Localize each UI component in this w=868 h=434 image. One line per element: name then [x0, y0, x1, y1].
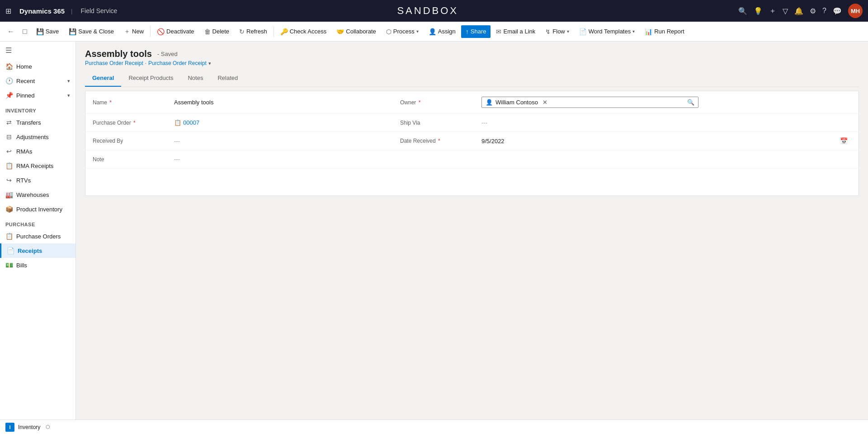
name-value: Assembly tools	[167, 91, 393, 114]
delete-button[interactable]: 🗑 Delete	[200, 25, 234, 38]
page-title: Assembly tools	[85, 49, 152, 59]
empty-value	[474, 150, 859, 168]
chat-icon[interactable]: 💬	[833, 7, 842, 15]
date-received-field: 9/5/2022 📅	[481, 137, 851, 145]
check-access-icon: 🔑	[280, 28, 288, 35]
new-button[interactable]: ＋ New	[119, 25, 148, 38]
rmas-icon: ↩	[5, 148, 13, 155]
purchase-order-label: Purchase Order *	[85, 114, 167, 132]
purchase-order-link[interactable]: 📋 00007	[174, 119, 386, 126]
sidebar-item-rtvs[interactable]: ↪ RTVs	[0, 173, 75, 187]
app-name: Dynamics 365	[19, 7, 65, 15]
filter-icon[interactable]: ▽	[783, 7, 788, 15]
owner-person-icon: 👤	[486, 99, 493, 106]
recent-icon: 🕐	[5, 77, 13, 84]
refresh-button[interactable]: ↻ Refresh	[235, 25, 272, 38]
table-row: Name * Assembly tools Owner * 👤 William …	[85, 91, 859, 114]
save-close-icon: 💾	[69, 28, 76, 35]
sidebar-item-home[interactable]: 🏠 Home	[0, 59, 75, 74]
word-templates-button[interactable]: 📄 Word Templates ▾	[575, 25, 639, 38]
word-templates-icon: 📄	[579, 28, 587, 35]
deactivate-button[interactable]: 🚫 Deactivate	[152, 25, 198, 38]
process-chevron-icon: ▾	[416, 29, 419, 34]
deactivate-icon: 🚫	[157, 28, 165, 35]
save-close-button[interactable]: 💾 Save & Close	[64, 25, 118, 38]
transfers-icon: ⇄	[5, 119, 13, 126]
main-layout: ☰ 🏠 Home 🕐 Recent ▾ 📌 Pinned ▾ Inventory…	[0, 42, 868, 434]
back-button[interactable]: ←	[4, 25, 18, 38]
share-button[interactable]: ↑ Share	[461, 25, 491, 38]
tab-receipt-products[interactable]: Receipt Products	[121, 70, 180, 87]
bills-icon: 💵	[5, 261, 13, 269]
forward-button[interactable]: □	[19, 25, 31, 38]
table-row	[85, 168, 859, 196]
sidebar-item-transfers[interactable]: ⇄ Transfers	[0, 115, 75, 130]
owner-label: Owner *	[393, 91, 474, 114]
check-access-button[interactable]: 🔑 Check Access	[276, 25, 331, 38]
breadcrumb-separator: ·	[145, 60, 146, 66]
form-table: Name * Assembly tools Owner * 👤 William …	[85, 91, 859, 196]
received-by-value: ---	[167, 132, 393, 150]
help-icon[interactable]: ?	[822, 7, 826, 15]
purchase-orders-icon: 📋	[5, 233, 13, 240]
ship-via-value: ---	[474, 114, 859, 132]
owner-search-icon[interactable]: 🔍	[687, 99, 694, 106]
lightbulb-icon[interactable]: 💡	[754, 7, 763, 15]
process-icon: ⬡	[386, 28, 392, 35]
command-bar: ← □ 💾 Save 💾 Save & Close ＋ New 🚫 Deacti…	[0, 22, 868, 42]
purchase-order-icon: 📋	[174, 119, 181, 126]
sidebar-item-recent[interactable]: 🕐 Recent ▾	[0, 74, 75, 88]
tab-notes[interactable]: Notes	[180, 70, 210, 87]
sidebar: ☰ 🏠 Home 🕐 Recent ▾ 📌 Pinned ▾ Inventory…	[0, 42, 76, 434]
sidebar-item-purchase-orders[interactable]: 📋 Purchase Orders	[0, 229, 75, 243]
user-avatar[interactable]: MH	[848, 4, 863, 18]
share-icon: ↑	[466, 28, 469, 35]
flow-button[interactable]: ↯ Flow ▾	[541, 25, 573, 38]
breadcrumb-item1[interactable]: Purchase Order Receipt	[85, 60, 143, 66]
breadcrumb-dropdown-icon[interactable]: ▾	[208, 61, 211, 66]
purchase-order-required-indicator: *	[133, 120, 136, 126]
sandbox-label: SANDBOX	[122, 5, 734, 17]
grid-menu-icon[interactable]: ⊞	[5, 7, 11, 15]
sidebar-item-pinned[interactable]: 📌 Pinned ▾	[0, 88, 75, 103]
ship-via-empty: ---	[481, 119, 487, 126]
hamburger-icon[interactable]: ☰	[0, 42, 75, 59]
tab-general[interactable]: General	[85, 70, 121, 87]
sidebar-item-warehouses[interactable]: 🏭 Warehouses	[0, 187, 75, 202]
bell-icon[interactable]: 🔔	[794, 7, 803, 15]
settings-icon[interactable]: ⚙	[810, 7, 816, 15]
note-value: ---	[167, 150, 393, 168]
table-row: Purchase Order * 📋 00007 Ship Via ---	[85, 114, 859, 132]
save-icon: 💾	[36, 28, 44, 35]
calendar-icon[interactable]: 📅	[840, 137, 851, 145]
add-icon[interactable]: ＋	[769, 6, 776, 16]
sidebar-item-bills[interactable]: 💵 Bills	[0, 258, 75, 272]
top-navigation-bar: ⊞ Dynamics 365 | Field Service SANDBOX 🔍…	[0, 0, 868, 22]
owner-lookup-field[interactable]: 👤 William Contoso ✕ 🔍	[481, 97, 698, 108]
collaborate-button[interactable]: 🤝 Collaborate	[332, 25, 381, 38]
process-button[interactable]: ⬡ Process ▾	[382, 25, 423, 38]
assign-button[interactable]: 👤 Assign	[424, 25, 460, 38]
warehouses-icon: 🏭	[5, 191, 13, 198]
table-row: Note ---	[85, 150, 859, 168]
run-report-icon: 📊	[645, 28, 652, 35]
sidebar-item-receipts[interactable]: 📄 Receipts	[0, 243, 75, 258]
breadcrumb: Purchase Order Receipt · Purchase Order …	[85, 60, 859, 66]
sidebar-item-adjustments[interactable]: ⊟ Adjustments	[0, 130, 75, 144]
sidebar-item-rma-receipts[interactable]: 📋 RMA Receipts	[0, 159, 75, 173]
breadcrumb-item2[interactable]: Purchase Order Receipt	[148, 60, 207, 66]
word-templates-chevron-icon: ▾	[632, 29, 635, 34]
owner-clear-icon[interactable]: ✕	[542, 99, 547, 106]
sidebar-item-rmas[interactable]: ↩ RMAs	[0, 144, 75, 159]
date-received-value: 9/5/2022	[481, 138, 505, 145]
search-icon[interactable]: 🔍	[738, 7, 747, 15]
tab-related[interactable]: Related	[210, 70, 245, 87]
sidebar-item-product-inventory[interactable]: 📦 Product Inventory	[0, 202, 75, 216]
separator1	[150, 26, 151, 37]
bottom-chevron-icon[interactable]: ⬡	[46, 424, 50, 430]
email-link-button[interactable]: ✉ Email a Link	[491, 25, 540, 38]
new-icon: ＋	[124, 28, 130, 36]
name-label: Name *	[85, 91, 167, 114]
save-button[interactable]: 💾 Save	[32, 25, 64, 38]
run-report-button[interactable]: 📊 Run Report	[640, 25, 689, 38]
